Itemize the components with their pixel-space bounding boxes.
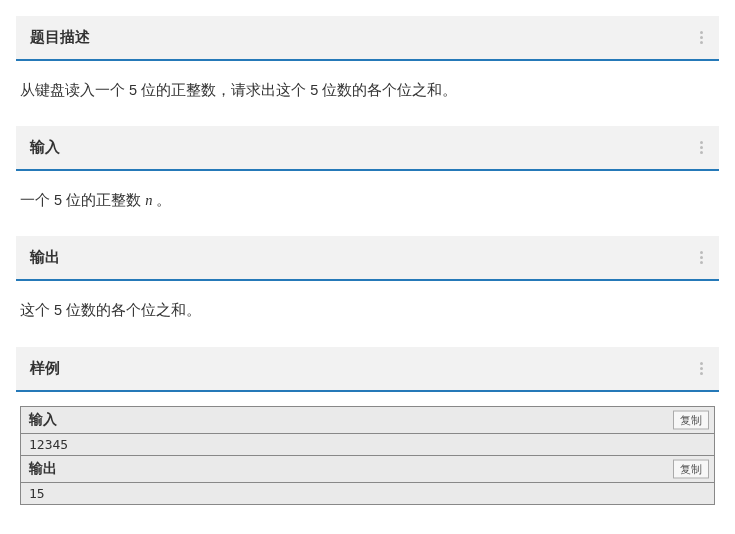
- section-title: 题目描述: [30, 28, 90, 47]
- sample-input-data: 12345: [21, 433, 715, 455]
- section-body-output: 这个 5 位数的各个位之和。: [16, 281, 719, 336]
- sample-input-header-cell: 输入 复制: [21, 406, 715, 433]
- section-body-input: 一个 5 位的正整数 n 。: [16, 171, 719, 226]
- copy-input-button[interactable]: 复制: [673, 410, 709, 429]
- sample-output-header-cell: 输出 复制: [21, 455, 715, 482]
- input-text-pre: 一个 5 位的正整数: [20, 192, 145, 208]
- copy-output-button[interactable]: 复制: [673, 459, 709, 478]
- more-vertical-icon[interactable]: [698, 360, 705, 377]
- sample-container: 输入 复制 12345 输出 复制 15: [16, 392, 719, 509]
- section-body-description: 从键盘读入一个 5 位的正整数，请求出这个 5 位数的各个位之和。: [16, 61, 719, 116]
- section-header-sample: 样例: [16, 347, 719, 392]
- section-title: 输出: [30, 248, 60, 267]
- section-header-description: 题目描述: [16, 16, 719, 61]
- sample-output-header-row: 输出 复制: [21, 455, 715, 482]
- input-text-post: 。: [152, 192, 171, 208]
- section-header-input: 输入: [16, 126, 719, 171]
- section-header-output: 输出: [16, 236, 719, 281]
- sample-input-label: 输入: [29, 411, 57, 427]
- sample-output-data-row: 15: [21, 482, 715, 504]
- sample-input-header-row: 输入 复制: [21, 406, 715, 433]
- section-title: 输入: [30, 138, 60, 157]
- more-vertical-icon[interactable]: [698, 139, 705, 156]
- more-vertical-icon[interactable]: [698, 249, 705, 266]
- sample-input-data-row: 12345: [21, 433, 715, 455]
- section-title: 样例: [30, 359, 60, 378]
- more-vertical-icon[interactable]: [698, 29, 705, 46]
- sample-table: 输入 复制 12345 输出 复制 15: [20, 406, 715, 505]
- sample-output-label: 输出: [29, 460, 57, 476]
- sample-output-data: 15: [21, 482, 715, 504]
